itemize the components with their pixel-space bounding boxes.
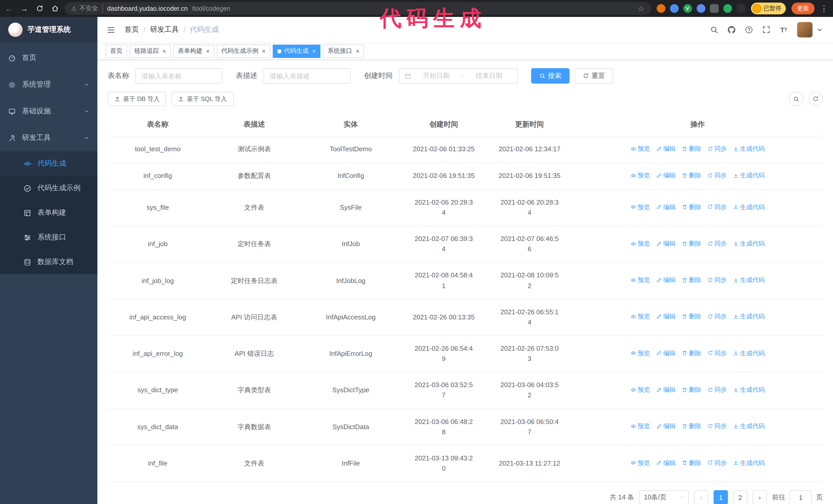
user-avatar[interactable] — [797, 22, 824, 38]
sync-link[interactable]: 同步 — [708, 202, 727, 212]
profile-paused-badge[interactable]: 已暂停 — [751, 3, 786, 14]
preview-link[interactable]: 预览 — [630, 171, 650, 180]
edit-link[interactable]: 编辑 — [656, 144, 675, 153]
search-icon[interactable] — [710, 26, 718, 34]
sidebar-toggle-icon[interactable] — [106, 25, 115, 34]
preview-link[interactable]: 预览 — [630, 239, 650, 248]
delete-link[interactable]: 删除 — [682, 275, 701, 285]
address-bar[interactable]: ⚠ 不安全 dashboard.yudao.iocoder.cn/tool/co… — [65, 2, 651, 15]
sidebar-item[interactable]: 研发工具 — [0, 125, 97, 151]
preview-link[interactable]: 预览 — [630, 422, 650, 431]
delete-link[interactable]: 删除 — [682, 312, 701, 321]
reset-button[interactable]: 重置 — [575, 68, 613, 83]
sync-link[interactable]: 同步 — [708, 422, 727, 431]
import-sql-button[interactable]: 基于 SQL 导入 — [171, 92, 234, 106]
sidebar-item[interactable]: 首页 — [0, 45, 97, 71]
refresh-table-button[interactable] — [808, 92, 823, 106]
preview-link[interactable]: 预览 — [630, 312, 650, 321]
preview-link[interactable]: 预览 — [630, 275, 650, 285]
sidebar-subitem[interactable]: 表单构建 — [0, 200, 97, 225]
page-size-select[interactable]: 10条/页 — [639, 490, 689, 504]
app-logo[interactable]: 芋道管理系统 — [0, 17, 97, 43]
delete-link[interactable]: 删除 — [682, 349, 701, 358]
tab-close-icon[interactable]: × — [356, 47, 359, 55]
tab-item[interactable]: 代码生成示例× — [217, 44, 270, 58]
edit-link[interactable]: 编辑 — [656, 239, 675, 248]
delete-link[interactable]: 删除 — [682, 171, 701, 180]
edit-link[interactable]: 编辑 — [656, 422, 675, 431]
edit-link[interactable]: 编辑 — [656, 458, 675, 467]
extension-icon-7[interactable] — [736, 4, 745, 13]
edit-link[interactable]: 编辑 — [656, 349, 675, 358]
insecure-chip[interactable]: ⚠ 不安全 — [71, 4, 103, 13]
extension-icon-3[interactable]: V — [683, 4, 692, 13]
tab-close-icon[interactable]: × — [163, 47, 166, 55]
sync-link[interactable]: 同步 — [708, 385, 727, 394]
generate-link[interactable]: 生成代码 — [733, 312, 765, 321]
preview-link[interactable]: 预览 — [630, 202, 650, 212]
delete-link[interactable]: 删除 — [682, 239, 701, 248]
help-icon[interactable] — [745, 26, 753, 34]
sidebar-item[interactable]: 基础设施 — [0, 98, 97, 125]
tab-item[interactable]: 表单构建× — [173, 44, 214, 58]
edit-link[interactable]: 编辑 — [656, 202, 675, 212]
sidebar-subitem[interactable]: 数据库文档 — [0, 250, 97, 274]
page-button[interactable]: 1 — [714, 490, 728, 504]
forward-icon[interactable]: → — [21, 5, 28, 12]
sync-link[interactable]: 同步 — [708, 458, 727, 467]
caret-down-icon[interactable] — [815, 26, 824, 34]
goto-page-input[interactable] — [789, 490, 812, 504]
extension-icon-2[interactable] — [670, 4, 679, 13]
generate-link[interactable]: 生成代码 — [733, 171, 765, 180]
page-button[interactable]: 2 — [733, 490, 747, 504]
github-icon[interactable] — [728, 26, 736, 34]
fullscreen-icon[interactable] — [762, 26, 770, 34]
reload-icon[interactable] — [36, 5, 44, 12]
edit-link[interactable]: 编辑 — [656, 275, 675, 285]
generate-link[interactable]: 生成代码 — [733, 458, 765, 467]
sync-link[interactable]: 同步 — [708, 349, 727, 358]
edit-link[interactable]: 编辑 — [656, 385, 675, 394]
delete-link[interactable]: 删除 — [682, 385, 701, 394]
generate-link[interactable]: 生成代码 — [733, 385, 765, 394]
extension-icon-4[interactable] — [696, 4, 705, 13]
edit-link[interactable]: 编辑 — [656, 312, 675, 321]
bookmark-star-icon[interactable]: ☆ — [638, 5, 645, 12]
next-page-button[interactable]: › — [753, 490, 767, 504]
edit-link[interactable]: 编辑 — [656, 171, 675, 180]
prev-page-button[interactable]: ‹ — [694, 490, 709, 504]
browser-home-icon[interactable] — [51, 5, 59, 12]
sync-link[interactable]: 同步 — [708, 312, 727, 321]
sync-link[interactable]: 同步 — [708, 144, 727, 153]
browser-menu-icon[interactable]: ⋮ — [820, 5, 828, 12]
sidebar-subitem[interactable]: </>代码生成 — [0, 151, 97, 176]
preview-link[interactable]: 预览 — [630, 385, 650, 394]
date-range-picker[interactable]: 开始日期 - 结束日期 — [399, 68, 518, 83]
preview-link[interactable]: 预览 — [630, 144, 650, 153]
generate-link[interactable]: 生成代码 — [733, 202, 765, 212]
preview-link[interactable]: 预览 — [630, 458, 650, 467]
breadcrumb-item[interactable]: 首页 — [124, 25, 139, 34]
extension-icon-5[interactable] — [710, 4, 718, 13]
tab-item[interactable]: 代码生成× — [273, 44, 320, 58]
import-db-button[interactable]: 基于 DB 导入 — [108, 92, 166, 106]
sync-link[interactable]: 同步 — [708, 239, 727, 248]
generate-link[interactable]: 生成代码 — [733, 239, 765, 248]
sync-link[interactable]: 同步 — [708, 171, 727, 180]
tab-close-icon[interactable]: × — [206, 47, 210, 55]
generate-link[interactable]: 生成代码 — [733, 275, 765, 285]
tab-item[interactable]: 链路追踪× — [130, 44, 171, 58]
extension-icon-1[interactable] — [657, 4, 665, 13]
sync-link[interactable]: 同步 — [708, 275, 727, 285]
toggle-search-button[interactable] — [789, 92, 803, 106]
tab-item[interactable]: 系统接口× — [323, 44, 364, 58]
delete-link[interactable]: 删除 — [682, 144, 701, 153]
extension-icon-6[interactable] — [723, 4, 732, 13]
tab-item[interactable]: 首页 — [105, 44, 127, 58]
generate-link[interactable]: 生成代码 — [733, 349, 765, 358]
table-name-input[interactable] — [135, 68, 222, 83]
font-size-icon[interactable]: TT — [780, 26, 788, 34]
tab-close-icon[interactable]: × — [312, 47, 316, 55]
sidebar-subitem[interactable]: 代码生成示例 — [0, 176, 97, 200]
generate-link[interactable]: 生成代码 — [733, 144, 765, 153]
